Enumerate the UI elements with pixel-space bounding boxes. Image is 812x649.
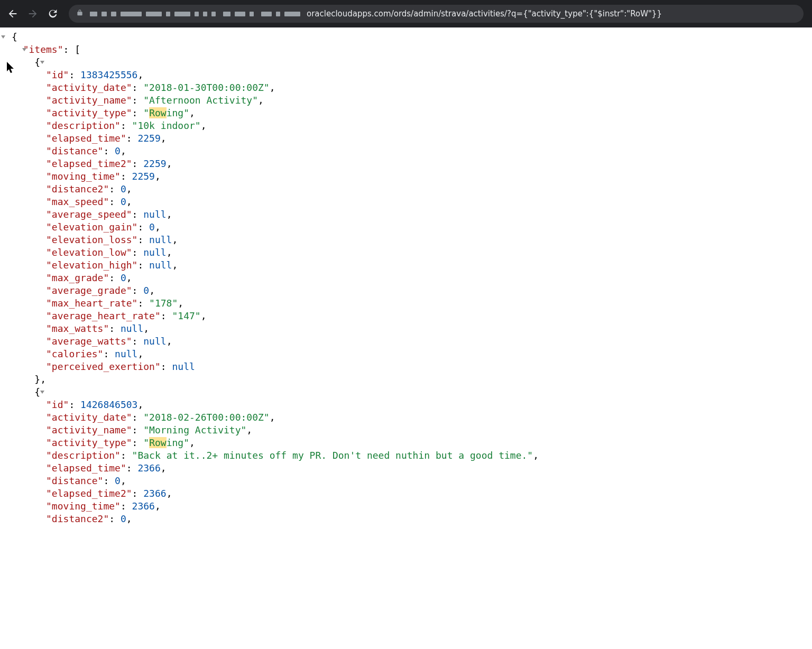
lock-icon [76, 9, 84, 18]
json-line: { [0, 31, 812, 43]
json-line: "activity_type": "Rowing", [0, 107, 812, 119]
json-line: "max_grade": 0, [0, 272, 812, 284]
json-line: }, [0, 373, 812, 386]
tree-caret[interactable] [39, 56, 45, 69]
back-button[interactable] [3, 4, 22, 23]
json-line: "activity_name": "Afternoon Activity", [0, 94, 812, 107]
json-line: "elapsed_time2": 2366, [0, 487, 812, 500]
url-visible-suffix: oraclecloudapps.com/ords/admin/strava/ac… [307, 9, 662, 18]
json-line: "description": "10k indoor", [0, 119, 812, 132]
redacted-host-segment [89, 12, 217, 16]
tree-caret[interactable] [0, 31, 6, 43]
tree-caret[interactable] [21, 43, 27, 56]
json-line: "max_speed": 0, [0, 196, 812, 208]
browser-toolbar: oraclecloudapps.com/ords/admin/strava/ac… [0, 0, 812, 27]
json-line: "max_watts": null, [0, 322, 812, 335]
tree-caret[interactable] [39, 386, 45, 398]
forward-button[interactable] [23, 4, 42, 23]
json-line: "elevation_high": null, [0, 259, 812, 272]
json-line: "id": 1383425556, [0, 69, 812, 81]
json-viewer[interactable]: { "items": [ { "id": 1383425556, "activi… [0, 27, 812, 546]
json-line: "distance": 0, [0, 475, 812, 487]
json-line: "activity_type": "Rowing", [0, 437, 812, 449]
json-line: { [0, 56, 812, 69]
json-line: "id": 1426846503, [0, 398, 812, 411]
json-line: "activity_name": "Morning Activity", [0, 424, 812, 437]
json-line: "activity_date": "2018-02-26T00:00:00Z", [0, 411, 812, 424]
json-line: "calories": null, [0, 348, 812, 360]
address-bar[interactable]: oraclecloudapps.com/ords/admin/strava/ac… [69, 5, 804, 23]
redacted-host-segment-3 [260, 12, 301, 16]
json-line: "elapsed_time": 2259, [0, 132, 812, 145]
json-line: "average_grade": 0, [0, 284, 812, 297]
json-line: "average_watts": null, [0, 335, 812, 348]
json-line: { [0, 386, 812, 398]
json-line: "max_heart_rate": "178", [0, 297, 812, 310]
json-line: "perceived_exertion": null [0, 360, 812, 373]
json-line: "items": [ [0, 43, 812, 56]
json-line: "distance": 0, [0, 145, 812, 157]
json-line: "distance2": 0, [0, 513, 812, 525]
json-line: "activity_date": "2018-01-30T00:00:00Z", [0, 81, 812, 94]
json-line: "elevation_gain": 0, [0, 221, 812, 234]
json-line: "elevation_low": null, [0, 246, 812, 259]
json-line: "average_speed": null, [0, 208, 812, 221]
redacted-host-segment-2 [222, 12, 255, 16]
json-line: "average_heart_rate": "147", [0, 310, 812, 322]
json-line: "distance2": 0, [0, 183, 812, 196]
json-line: "elevation_loss": null, [0, 234, 812, 246]
json-line: "moving_time": 2259, [0, 170, 812, 183]
json-line: "elapsed_time": 2366, [0, 462, 812, 475]
json-line: "elapsed_time2": 2259, [0, 157, 812, 170]
reload-button[interactable] [43, 4, 62, 23]
json-line: "moving_time": 2366, [0, 500, 812, 513]
json-line: "description": "Back at it..2+ minutes o… [0, 449, 812, 462]
